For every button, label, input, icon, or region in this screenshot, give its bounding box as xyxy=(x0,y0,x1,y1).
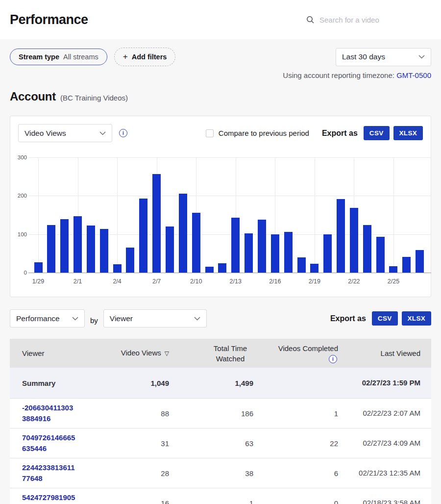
bar-2/10 xyxy=(192,213,200,273)
column-header-total-time-watched: Total Time Watched xyxy=(169,343,253,364)
video-views-cell: 31 xyxy=(120,439,169,448)
bar-2/9 xyxy=(179,194,187,273)
bar-2/24 xyxy=(376,237,385,273)
breakdown-controls: Performance by Viewer Export as CSV XLSX xyxy=(10,309,431,328)
bar-2/7 xyxy=(152,174,161,273)
bar-2/16 xyxy=(271,234,279,273)
videos-completed-info-icon[interactable]: i xyxy=(329,355,337,363)
stream-type-filter-pill[interactable]: Stream type All streams xyxy=(10,49,107,65)
filters-row: Stream type All streams + Add filters La… xyxy=(10,48,431,66)
viewer-id-link[interactable]: 224423381361177648 xyxy=(22,462,120,484)
metric-select[interactable]: Video Views xyxy=(18,124,112,142)
summary-label: Summary xyxy=(22,379,120,387)
timezone-link[interactable]: GMT-0500 xyxy=(396,71,431,79)
account-title: Account xyxy=(10,90,56,103)
date-range-select[interactable]: Last 30 days xyxy=(336,48,431,66)
last-viewed-cell: 02/27/23 4:09 AM xyxy=(338,438,420,449)
export-as-label: Export as xyxy=(322,129,358,138)
last-viewed-cell: 02/18/23 3:58 AM xyxy=(338,498,420,504)
videos-completed-cell: 0 xyxy=(253,499,338,504)
top-bar: Performance xyxy=(0,0,441,39)
bar-2/3 xyxy=(100,229,108,273)
x-tick-label: 2/19 xyxy=(300,278,329,285)
bar-chart: 01002003001/292/12/42/72/102/132/162/192… xyxy=(18,157,429,295)
by-label: by xyxy=(90,316,98,325)
bar-1/30 xyxy=(47,225,55,273)
stream-type-value: All streams xyxy=(63,53,98,61)
y-tick-label: 100 xyxy=(11,231,27,237)
bar-1/31 xyxy=(60,219,69,273)
bar-2/19 xyxy=(310,264,318,273)
dimension-select-value: Performance xyxy=(16,314,60,323)
compare-checkbox[interactable] xyxy=(206,129,214,137)
v-gridline xyxy=(117,157,118,273)
x-tick-label: 2/4 xyxy=(102,278,132,285)
date-range-value: Last 30 days xyxy=(342,52,385,61)
export-csv-button[interactable]: CSV xyxy=(364,126,390,140)
x-tick-label: 2/10 xyxy=(181,278,211,285)
table-body: Summary1,0491,49902/27/23 1:59 PM-206630… xyxy=(10,368,431,504)
h-gridline xyxy=(28,196,431,196)
bar-2/6 xyxy=(139,199,147,273)
entity-select[interactable]: Viewer xyxy=(103,309,207,328)
bar-2/14 xyxy=(245,233,253,273)
page-title: Performance xyxy=(10,12,88,27)
table-header-row: Viewer Video Views▽ Total Time Watched V… xyxy=(10,339,431,368)
x-tick-label: 2/1 xyxy=(63,278,93,285)
bar-2/15 xyxy=(258,220,266,273)
viewer-id-link[interactable]: 5424727981905806355 xyxy=(22,492,120,504)
bar-2/25 xyxy=(389,266,397,273)
videos-completed-header-label: Videos Completed xyxy=(278,343,338,353)
export-xlsx-button[interactable]: XLSX xyxy=(402,311,431,326)
bar-2/12 xyxy=(218,263,226,273)
bar-2/18 xyxy=(297,257,306,273)
viewer-id-link[interactable]: 7049726146665635446 xyxy=(22,432,120,454)
search-icon xyxy=(306,16,315,24)
total-time-watched-cell: 186 xyxy=(169,409,253,418)
search-box[interactable] xyxy=(306,16,431,24)
bar-2/11 xyxy=(205,267,214,273)
bar-2/8 xyxy=(166,227,174,273)
total-time-watched-cell: 1 xyxy=(169,499,253,504)
y-tick-label: 200 xyxy=(11,193,27,199)
chevron-down-icon xyxy=(194,317,200,321)
bar-1/29 xyxy=(34,262,43,273)
compare-label: Compare to previous period xyxy=(219,129,309,137)
chart-card: Video Views i Compare to previous period… xyxy=(10,116,431,297)
bar-2/5 xyxy=(126,248,134,273)
metric-info-icon[interactable]: i xyxy=(119,129,127,137)
video-views-cell: 28 xyxy=(120,469,169,478)
add-filters-button[interactable]: + Add filters xyxy=(114,48,176,66)
last-viewed-cell: 02/21/23 12:35 AM xyxy=(338,468,420,479)
bar-2/26 xyxy=(402,257,411,273)
x-axis-line xyxy=(28,273,431,273)
column-header-video-views[interactable]: Video Views▽ xyxy=(120,348,169,359)
bar-2/1 xyxy=(74,216,82,273)
total-time-watched-cell: 63 xyxy=(169,439,253,448)
table-row: -206630411303388491688186102/22/23 2:07 … xyxy=(10,398,431,428)
bar-2/13 xyxy=(231,218,240,273)
videos-completed-cell: 22 xyxy=(253,439,338,448)
x-tick-label: 2/13 xyxy=(221,278,250,285)
account-heading: Account (BC Training Videos) xyxy=(10,90,431,103)
dimension-select[interactable]: Performance xyxy=(10,309,85,328)
v-gridline xyxy=(315,157,315,273)
x-tick-label: 2/16 xyxy=(260,278,290,285)
search-input[interactable] xyxy=(319,16,422,24)
total-time-watched-cell: 1,499 xyxy=(169,379,253,387)
last-viewed-cell: 02/22/23 2:07 AM xyxy=(338,408,420,419)
chevron-down-icon xyxy=(99,131,106,135)
export-xlsx-button[interactable]: XLSX xyxy=(393,126,423,140)
summary-row: Summary1,0491,49902/27/23 1:59 PM xyxy=(10,368,431,398)
video-views-cell: 1,049 xyxy=(120,379,169,387)
bar-2/22 xyxy=(350,208,358,273)
video-views-cell: 16 xyxy=(120,499,169,504)
bar-2/17 xyxy=(284,232,293,273)
x-tick-label: 2/7 xyxy=(142,278,172,285)
column-header-viewer: Viewer xyxy=(22,348,120,358)
export-csv-button[interactable]: CSV xyxy=(372,311,398,326)
viewer-id-link[interactable]: -2066304113033884916 xyxy=(22,403,120,424)
total-time-watched-header-label: Total Time Watched xyxy=(207,343,253,364)
export-as-label: Export as xyxy=(330,314,366,323)
table-row: 5424727981905806355161002/18/23 3:58 AM xyxy=(10,488,431,504)
